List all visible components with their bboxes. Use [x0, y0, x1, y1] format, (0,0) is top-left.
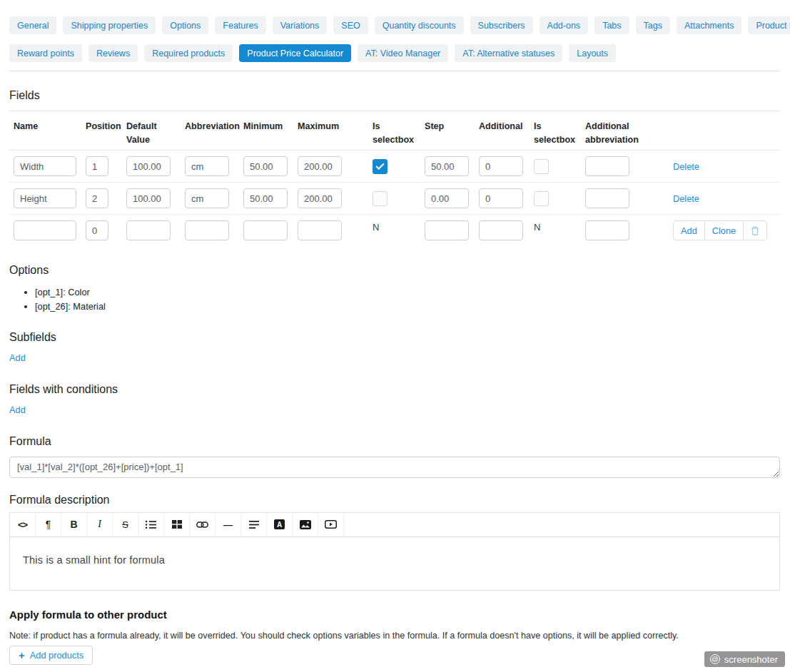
new-row-actions: Add Clone	[673, 220, 767, 240]
bold-button[interactable]: B	[61, 513, 87, 536]
pilcrow-icon: ¶	[46, 519, 51, 530]
column-header-abbreviation: Abbreviation	[181, 111, 239, 151]
field-default-value-input[interactable]	[126, 156, 171, 176]
field-maximum-input[interactable]	[298, 188, 342, 208]
is-selectbox-2-checkbox[interactable]	[534, 159, 549, 174]
tab-seo[interactable]: SEO	[333, 16, 368, 34]
field-row-new: N N Add Clone	[9, 215, 780, 247]
field-step-input[interactable]	[425, 156, 469, 176]
horizontal-rule-button[interactable]: —	[216, 513, 241, 536]
italic-icon: I	[98, 519, 101, 530]
new-field-minimum-input[interactable]	[243, 220, 288, 240]
field-abbreviation-input[interactable]	[185, 188, 229, 208]
horizontal-rule-icon: —	[223, 519, 233, 530]
field-step-input[interactable]	[425, 188, 469, 208]
is-selectbox-checkbox[interactable]	[373, 159, 388, 174]
clone-field-button[interactable]: Clone	[704, 220, 744, 240]
italic-button[interactable]: I	[87, 513, 113, 536]
field-additional-abbreviation-input[interactable]	[585, 156, 629, 176]
tab-options[interactable]: Options	[162, 16, 208, 34]
add-condition-field-link[interactable]: Add	[9, 404, 26, 415]
add-field-button[interactable]: Add	[673, 220, 705, 240]
new-field-maximum-input[interactable]	[298, 220, 342, 240]
is-selectbox-2-checkbox[interactable]	[534, 191, 549, 206]
new-field-default-value-input[interactable]	[126, 220, 171, 240]
field-abbreviation-input[interactable]	[185, 156, 229, 176]
field-row-height: Delete	[9, 183, 780, 215]
formula-hint-text: This is a small hint for formula	[23, 554, 771, 566]
formula-input[interactable]: [val_1]*[val_2]*([opt_26]+[price])+[opt_…	[9, 457, 780, 478]
formula-section-title: Formula	[9, 434, 780, 449]
new-field-additional-input[interactable]	[479, 220, 523, 240]
column-header-actions	[669, 111, 780, 151]
tab-reviews[interactable]: Reviews	[88, 44, 138, 62]
field-minimum-input[interactable]	[243, 156, 288, 176]
field-minimum-input[interactable]	[243, 188, 288, 208]
align-button[interactable]	[241, 513, 267, 536]
field-name-input[interactable]	[14, 188, 76, 208]
unordered-list-button[interactable]	[138, 513, 164, 536]
field-additional-input[interactable]	[479, 188, 523, 208]
column-header-is-selectbox: Is selectbox	[368, 111, 420, 151]
tab-reward-points[interactable]: Reward points	[9, 44, 82, 62]
insert-video-button[interactable]	[318, 513, 344, 536]
paragraph-format-button[interactable]: ¶	[36, 513, 61, 536]
tab-layouts[interactable]: Layouts	[569, 44, 616, 62]
formula-description-editor: <> ¶ B I S — A	[9, 512, 780, 591]
add-products-button[interactable]: + Add products	[9, 646, 93, 665]
new-field-position-input[interactable]	[86, 220, 108, 240]
field-maximum-input[interactable]	[298, 156, 342, 176]
strikethrough-button[interactable]: S	[113, 513, 138, 536]
field-position-input[interactable]	[86, 188, 108, 208]
editor-content[interactable]: This is a small hint for formula	[10, 537, 779, 566]
view-html-button[interactable]: <>	[10, 513, 36, 536]
field-additional-abbreviation-input[interactable]	[585, 188, 629, 208]
watermark-label: screenshoter	[724, 654, 778, 665]
strikethrough-icon: S	[122, 519, 128, 530]
tab-quantity-discounts[interactable]: Quantity discounts	[375, 16, 464, 34]
tab-attachments[interactable]: Attachments	[677, 16, 741, 34]
column-header-default-value: Default Value	[122, 111, 181, 151]
add-products-label: Add products	[30, 650, 83, 661]
text-block-button[interactable]: A	[267, 513, 293, 536]
field-row-width: Delete	[9, 151, 780, 183]
tab-tabs[interactable]: Tabs	[594, 16, 629, 34]
tab-tags[interactable]: Tags	[636, 16, 670, 34]
delete-field-link[interactable]: Delete	[673, 193, 699, 204]
tab-add-ons[interactable]: Add-ons	[540, 16, 589, 34]
tab-subscribers[interactable]: Subscribers	[470, 16, 533, 34]
field-additional-input[interactable]	[479, 156, 523, 176]
tab-at-video-manager[interactable]: AT: Video Manager	[358, 44, 448, 62]
tab-product-price-calculator[interactable]: Product Price Calculator	[239, 44, 351, 62]
table-button[interactable]	[164, 513, 190, 536]
link-icon	[196, 521, 208, 528]
insert-image-button[interactable]	[293, 513, 318, 536]
link-button[interactable]	[190, 513, 216, 536]
tab-features[interactable]: Features	[215, 16, 265, 34]
trash-button[interactable]	[743, 220, 767, 240]
delete-field-link[interactable]: Delete	[673, 161, 699, 172]
is-selectbox-flag: N	[373, 222, 379, 233]
new-field-additional-abbreviation-input[interactable]	[585, 220, 629, 240]
fields-with-conditions-section-title: Fields with conditions	[9, 382, 780, 397]
new-field-abbreviation-input[interactable]	[185, 220, 229, 240]
field-name-input[interactable]	[14, 156, 76, 176]
add-subfield-link[interactable]: Add	[9, 352, 26, 363]
field-default-value-input[interactable]	[126, 188, 171, 208]
tab-general[interactable]: General	[9, 16, 56, 34]
tab-variations[interactable]: Variations	[273, 16, 328, 34]
screenshoter-watermark: @ screenshoter	[704, 651, 785, 667]
image-icon	[300, 520, 311, 529]
formula-description-section-title: Formula description	[9, 493, 780, 507]
options-section-title: Options	[9, 263, 780, 278]
new-field-step-input[interactable]	[425, 220, 469, 240]
editor-toolbar: <> ¶ B I S — A	[10, 513, 779, 537]
tab-required-products[interactable]: Required products	[144, 44, 233, 62]
is-selectbox-checkbox[interactable]	[373, 191, 388, 206]
field-position-input[interactable]	[86, 156, 108, 176]
tab-at-alternative-statuses[interactable]: AT: Alternative statuses	[455, 44, 562, 62]
tab-shipping-properties[interactable]: Shipping properties	[63, 16, 156, 34]
apply-formula-section-title: Apply formula to other product	[9, 609, 780, 621]
new-field-name-input[interactable]	[14, 220, 76, 240]
tab-product-bundles[interactable]: Product bundles	[748, 16, 790, 34]
